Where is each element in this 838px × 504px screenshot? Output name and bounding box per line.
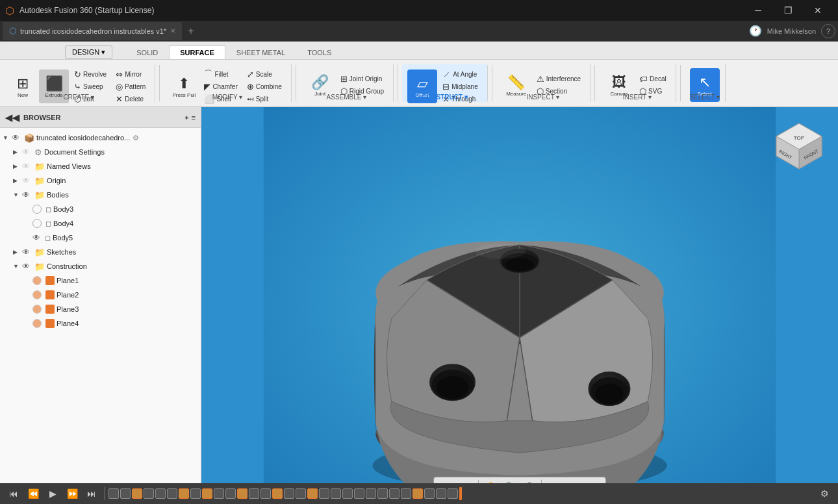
tree-root-item[interactable]: ▼ 👁 📦 truncated icosidodecahedro... ⚙ xyxy=(0,131,201,145)
timeline-step-10[interactable] xyxy=(214,488,224,499)
press-pull-button[interactable]: ⬆ Press Pull xyxy=(169,69,199,103)
tab-tools[interactable]: TOOLS xyxy=(296,45,342,59)
sketches-eye[interactable]: 👁 xyxy=(22,247,32,257)
interference-button[interactable]: ⚠Interference xyxy=(533,73,585,85)
user-name[interactable]: Mike Mikkelson xyxy=(767,27,816,35)
timeline-step-15[interactable] xyxy=(272,488,283,499)
close-button[interactable]: ✕ xyxy=(803,0,833,21)
plane2-vis[interactable] xyxy=(32,290,42,299)
timeline-step-21[interactable] xyxy=(342,488,353,499)
insert-group-label[interactable]: INSERT ▾ xyxy=(623,94,652,101)
body4-vis[interactable] xyxy=(32,219,42,228)
fillet-button[interactable]: ⌒Fillet xyxy=(200,68,241,80)
tree-body5[interactable]: ▶ 👁 ◻ Body5 xyxy=(0,231,201,245)
midplane-button[interactable]: ⊟Midplane xyxy=(438,81,482,92)
help-icon[interactable]: ? xyxy=(821,24,835,38)
tree-document-settings[interactable]: ▶ 👁 ⚙ Document Settings xyxy=(0,145,201,159)
tree-body3[interactable]: ▶ ◻ Body3 xyxy=(0,202,201,216)
plane-at-angle-button[interactable]: ⟋At Angle xyxy=(438,68,482,80)
restore-button[interactable]: ❐ xyxy=(773,0,803,21)
tab-close-button[interactable]: ✕ xyxy=(170,27,175,34)
timeline-step-16[interactable] xyxy=(284,488,294,499)
browser-menu-icon[interactable]: ≡ xyxy=(192,114,196,121)
timeline-step-26[interactable] xyxy=(401,488,411,499)
timeline-step-18[interactable] xyxy=(307,488,318,499)
timeline-end-button[interactable]: ⏭ xyxy=(83,485,100,502)
combine-button[interactable]: ⊕Combine xyxy=(243,81,286,92)
timeline-step-25[interactable] xyxy=(389,488,400,499)
plane4-vis[interactable] xyxy=(32,319,42,328)
tree-sketches[interactable]: ▶ 👁 📁 Sketches xyxy=(0,245,201,259)
timeline-prev-button[interactable]: ⏪ xyxy=(25,485,42,502)
plane3-vis[interactable] xyxy=(32,305,42,314)
tree-bodies[interactable]: ▼ 👁 📁 Bodies xyxy=(0,188,201,202)
construction-arrow[interactable]: ▼ xyxy=(13,263,22,270)
timeline-step-22[interactable] xyxy=(354,488,364,499)
tree-plane2[interactable]: ▶ Plane2 xyxy=(0,288,201,302)
design-button[interactable]: DESIGN ▾ xyxy=(65,45,112,59)
tree-origin[interactable]: ▶ 👁 📁 Origin xyxy=(0,173,201,188)
timeline-step-4[interactable] xyxy=(144,488,154,499)
history-icon[interactable]: 🕐 xyxy=(749,25,762,37)
timeline-step-1[interactable] xyxy=(108,488,119,499)
tab-sheet-metal[interactable]: SHEET METAL xyxy=(225,45,296,59)
construct-group-label[interactable]: CONSTRUCT ▾ xyxy=(422,94,468,101)
body5-eye[interactable]: 👁 xyxy=(32,233,43,242)
timeline-step-30[interactable] xyxy=(448,488,458,499)
plane1-vis[interactable] xyxy=(32,276,42,285)
modify-group-label[interactable]: MODIFY ▾ xyxy=(212,94,242,101)
bodies-arrow[interactable]: ▼ xyxy=(13,192,22,198)
timeline-step-9[interactable] xyxy=(202,488,212,499)
timeline-step-24[interactable] xyxy=(377,488,388,499)
timeline-step-19[interactable] xyxy=(319,488,329,499)
timeline-marker[interactable] xyxy=(459,487,462,500)
tree-named-views[interactable]: ▶ 👁 📁 Named Views xyxy=(0,159,201,173)
joint-origin-button[interactable]: ⊞Joint Origin xyxy=(336,73,388,85)
timeline-step-27[interactable] xyxy=(413,488,423,499)
timeline-step-8[interactable] xyxy=(190,488,201,499)
timeline-step-23[interactable] xyxy=(366,488,376,499)
tree-plane3[interactable]: ▶ Plane3 xyxy=(0,302,201,316)
timeline-step-12[interactable] xyxy=(237,488,248,499)
select-group-label[interactable]: SELECT ▾ xyxy=(689,94,720,101)
create-group-label[interactable]: CREATE ▾ xyxy=(63,94,94,101)
nav-cube[interactable]: TOP FRONT RIGHT xyxy=(773,120,825,172)
circular-pattern-button[interactable]: ◎Pattern xyxy=(112,81,149,92)
tree-body4[interactable]: ▶ ◻ Body4 xyxy=(0,216,201,231)
body3-vis[interactable] xyxy=(32,205,42,214)
new-component-button[interactable]: ⊞ New xyxy=(8,69,38,103)
mirror-button[interactable]: ⇔Mirror xyxy=(112,68,149,80)
viewport[interactable]: TOP FRONT RIGHT ⊕ 📷 ✋ 🔍 ⦿ ▭ ⊞ ⊟ xyxy=(201,107,838,504)
timeline-step-11[interactable] xyxy=(225,488,236,499)
add-tab-button[interactable]: + xyxy=(182,22,200,40)
bodies-eye[interactable]: 👁 xyxy=(22,190,32,199)
timeline-play-button[interactable]: ▶ xyxy=(44,485,61,502)
tree-plane1[interactable]: ▶ Plane1 xyxy=(0,273,201,288)
tab-solid[interactable]: SOLID xyxy=(125,45,169,59)
decal-button[interactable]: 🏷Decal xyxy=(635,73,670,85)
doc-settings-arrow[interactable]: ▶ xyxy=(13,149,22,155)
construction-eye[interactable]: 👁 xyxy=(22,262,32,271)
origin-eye[interactable]: 👁 xyxy=(22,176,32,185)
doc-settings-eye[interactable]: 👁 xyxy=(22,147,32,157)
timeline-step-29[interactable] xyxy=(436,488,446,499)
timeline-step-13[interactable] xyxy=(249,488,259,499)
timeline-step-14[interactable] xyxy=(260,488,271,499)
assemble-group-label[interactable]: ASSEMBLE ▾ xyxy=(327,94,367,101)
tree-plane4[interactable]: ▶ Plane4 xyxy=(0,316,201,331)
sketches-arrow[interactable]: ▶ xyxy=(13,249,22,255)
sweep-button[interactable]: ⤷Sweep xyxy=(70,81,110,92)
named-views-arrow[interactable]: ▶ xyxy=(13,163,22,170)
browser-collapse-icon[interactable]: ◀◀ xyxy=(5,112,19,123)
timeline-step-5[interactable] xyxy=(155,488,166,499)
tree-construction[interactable]: ▼ 👁 📁 Construction xyxy=(0,259,201,273)
timeline-step-20[interactable] xyxy=(331,488,341,499)
timeline-start-button[interactable]: ⏮ xyxy=(5,485,22,502)
timeline-next-button[interactable]: ⏩ xyxy=(64,485,81,502)
timeline-step-28[interactable] xyxy=(424,488,435,499)
settings-button[interactable]: ⚙ xyxy=(816,485,833,502)
origin-arrow[interactable]: ▶ xyxy=(13,177,22,184)
delete-button[interactable]: ✕Delete xyxy=(112,93,149,105)
inspect-group-label[interactable]: INSPECT ▾ xyxy=(526,94,559,101)
named-views-eye[interactable]: 👁 xyxy=(22,162,32,171)
